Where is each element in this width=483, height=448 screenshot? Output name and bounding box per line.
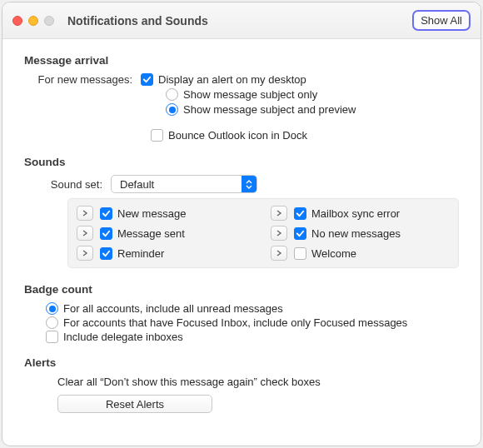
window-title: Notifications and Sounds bbox=[67, 2, 208, 38]
sound-checkbox[interactable] bbox=[100, 207, 112, 220]
sound-label: No new messages bbox=[311, 227, 401, 240]
sound-row: Mailbox sync error bbox=[271, 206, 450, 221]
sound-set-select[interactable]: Default bbox=[111, 175, 257, 193]
sound-row: Message sent bbox=[77, 226, 256, 241]
section-heading-alerts: Alerts bbox=[24, 356, 459, 369]
sound-label: Welcome bbox=[311, 247, 356, 260]
checkmark-icon bbox=[142, 75, 152, 84]
checkmark-icon bbox=[296, 229, 305, 238]
sound-row: Reminder bbox=[77, 246, 256, 261]
sound-set-value: Default bbox=[112, 178, 242, 191]
display-alert-checkbox[interactable] bbox=[141, 73, 153, 86]
for-new-messages-label: For new messages: bbox=[24, 73, 141, 86]
checkmark-icon bbox=[102, 209, 111, 218]
show-all-button[interactable]: Show All bbox=[412, 10, 471, 31]
sound-checkbox[interactable] bbox=[100, 247, 112, 260]
sound-label: Mailbox sync error bbox=[311, 207, 400, 220]
sounds-panel: New message Mailbox sync error Message s… bbox=[67, 198, 459, 268]
sound-row: Welcome bbox=[271, 246, 450, 261]
chevron-right-icon bbox=[276, 230, 282, 236]
chevron-right-icon bbox=[82, 250, 88, 256]
play-sound-button[interactable] bbox=[77, 246, 93, 261]
sound-label: New message bbox=[117, 207, 186, 220]
section-heading-message-arrival: Message arrival bbox=[24, 54, 459, 67]
sound-row: New message bbox=[77, 206, 256, 221]
preferences-window: Notifications and Sounds Show All Messag… bbox=[2, 2, 481, 446]
select-stepper-icon bbox=[242, 176, 256, 192]
play-sound-button[interactable] bbox=[271, 226, 287, 241]
subject-preview-radio[interactable] bbox=[166, 103, 178, 116]
sound-checkbox[interactable] bbox=[100, 227, 112, 240]
play-sound-button[interactable] bbox=[271, 246, 287, 261]
subject-only-label: Show message subject only bbox=[183, 88, 317, 101]
sound-label: Reminder bbox=[117, 247, 164, 260]
checkmark-icon bbox=[102, 229, 111, 238]
bounce-dock-checkbox[interactable] bbox=[151, 129, 163, 142]
badge-all-radio[interactable] bbox=[46, 302, 58, 315]
zoom-window-button[interactable] bbox=[44, 16, 54, 26]
minimize-window-button[interactable] bbox=[28, 16, 38, 26]
subject-preview-label: Show message subject and preview bbox=[183, 103, 356, 116]
titlebar: Notifications and Sounds Show All bbox=[2, 2, 481, 39]
badge-focused-radio[interactable] bbox=[46, 316, 58, 329]
include-delegate-checkbox[interactable] bbox=[46, 331, 58, 343]
play-sound-button[interactable] bbox=[77, 226, 93, 241]
sound-label: Message sent bbox=[117, 227, 185, 240]
bounce-dock-label: Bounce Outlook icon in Dock bbox=[168, 129, 307, 142]
play-sound-button[interactable] bbox=[271, 206, 287, 221]
play-sound-button[interactable] bbox=[77, 206, 93, 221]
badge-focused-label: For accounts that have Focused Inbox, in… bbox=[63, 316, 407, 329]
chevron-right-icon bbox=[82, 210, 88, 217]
checkmark-icon bbox=[296, 209, 305, 218]
badge-all-label: For all accounts, include all unread mes… bbox=[63, 302, 283, 315]
sound-checkbox[interactable] bbox=[294, 207, 306, 220]
sound-checkbox[interactable] bbox=[294, 227, 306, 240]
section-heading-badge: Badge count bbox=[24, 283, 459, 296]
section-heading-sounds: Sounds bbox=[24, 156, 459, 168]
window-controls bbox=[12, 16, 54, 26]
content-area: Message arrival For new messages: Displa… bbox=[2, 39, 481, 446]
chevron-right-icon bbox=[276, 210, 282, 217]
sound-checkbox[interactable] bbox=[294, 247, 306, 260]
reset-alerts-button[interactable]: Reset Alerts bbox=[57, 395, 212, 413]
chevron-right-icon bbox=[276, 250, 282, 256]
subject-only-radio[interactable] bbox=[166, 88, 178, 101]
alerts-description: Clear all “Don’t show this message again… bbox=[57, 376, 459, 388]
sound-set-label: Sound set: bbox=[24, 178, 111, 191]
include-delegate-label: Include delegate inboxes bbox=[63, 331, 183, 343]
display-alert-label: Display an alert on my desktop bbox=[158, 73, 306, 86]
checkmark-icon bbox=[102, 249, 111, 258]
close-window-button[interactable] bbox=[12, 16, 22, 26]
chevron-right-icon bbox=[82, 230, 88, 236]
sound-row: No new messages bbox=[271, 226, 450, 241]
